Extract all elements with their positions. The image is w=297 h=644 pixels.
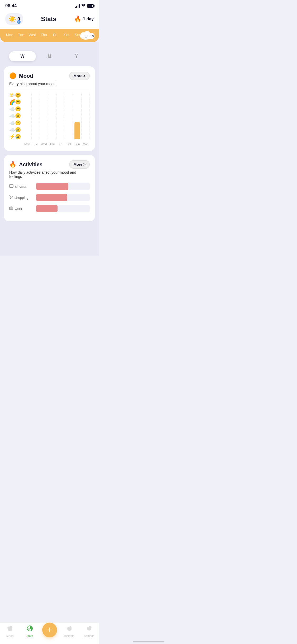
cinema-bar	[36, 183, 68, 190]
chart-col-tue	[31, 93, 40, 139]
status-icons	[75, 4, 94, 8]
activity-label-work: work	[9, 206, 33, 211]
day-tue[interactable]: Tue	[16, 33, 26, 39]
mood-subtitle: Everything about your mood	[9, 82, 90, 86]
wifi-icon	[81, 4, 86, 8]
x-label-mon2: Mon	[81, 142, 90, 146]
activities-subtitle: How daily activities affect your mood an…	[9, 170, 90, 179]
chart-grid	[23, 93, 90, 139]
mood-divider	[9, 90, 90, 90]
mood-card-header: 🟠 Mood More >	[9, 72, 90, 80]
activities-title: Activities	[19, 162, 43, 168]
activity-row-cinema: cinema	[9, 183, 90, 190]
activity-label-cinema: cinema	[9, 184, 33, 189]
period-selector[interactable]: W M Y	[8, 50, 91, 62]
mood-cloud-icon: 🟠	[9, 72, 16, 79]
emoji-great: 🌤️😊	[9, 93, 21, 98]
period-year-btn[interactable]: Y	[63, 51, 90, 61]
activities-title-group: 🔥 Activities	[9, 161, 43, 168]
status-time: 08:44	[5, 3, 17, 8]
day-fri[interactable]: Fri	[50, 33, 60, 39]
signal-icon	[75, 4, 80, 8]
mood-more-button[interactable]: More >	[69, 72, 90, 80]
day-wed[interactable]: Wed	[27, 33, 38, 39]
shopping-icon	[9, 195, 13, 200]
emoji-good: 🌈😊	[9, 100, 21, 104]
activity-row-work: work	[9, 205, 90, 212]
period-month-btn[interactable]: M	[36, 51, 63, 61]
sun-icon: ☀️	[8, 15, 16, 23]
x-label-wed: Wed	[40, 142, 48, 146]
calendar-section: Mon Tue Wed Thu Fri Sat Sun Mon	[0, 29, 99, 42]
chart-col-fri	[56, 93, 65, 139]
emoji-terrible: ⚡😢	[9, 134, 21, 139]
work-icon	[9, 206, 13, 211]
x-label-fri: Fri	[56, 142, 65, 146]
activity-row-shopping: shopping	[9, 194, 90, 201]
svg-point-11	[12, 198, 12, 199]
x-label-thu: Thu	[48, 142, 56, 146]
chart-col-sun	[73, 93, 81, 139]
chart-col-mon	[23, 93, 31, 139]
activities-card-header: 🔥 Activities More >	[9, 160, 90, 169]
shopping-label: shopping	[15, 196, 29, 200]
day-sat[interactable]: Sat	[61, 33, 72, 39]
mood-title-group: 🟠 Mood	[9, 72, 33, 79]
svg-rect-6	[10, 185, 13, 187]
activities-card: 🔥 Activities More > How daily activities…	[4, 155, 95, 221]
work-bar-container	[36, 205, 90, 212]
chart-col-sat	[65, 93, 73, 139]
chart-x-labels: Mon Tue Wed Thu Fri Sat Sun Mon	[23, 142, 90, 146]
svg-point-10	[10, 198, 11, 199]
cinema-bar-container	[36, 183, 90, 190]
emoji-okay: ☁️😊	[9, 107, 21, 111]
svg-rect-7	[10, 187, 13, 188]
mood-counter[interactable]: ☀️ 0 +	[5, 13, 23, 25]
chart-col-thu	[48, 93, 56, 139]
activity-label-shopping: shopping	[9, 195, 33, 200]
mood-chart-area: Mon Tue Wed Thu Fri Sat Sun Mon	[23, 93, 90, 146]
add-mood-button[interactable]: +	[16, 20, 21, 24]
svg-point-3	[84, 35, 86, 36]
emoji-worse: ☁️😢	[9, 127, 21, 132]
streak-display: 🔥 1 day	[74, 16, 94, 22]
chart-col-wed	[40, 93, 48, 139]
mood-bar-sun	[74, 122, 80, 139]
mood-card: 🟠 Mood More > Everything about your mood…	[4, 66, 95, 151]
cinema-label: cinema	[15, 185, 26, 188]
flame-icon: 🔥	[74, 16, 81, 22]
battery-icon	[87, 4, 94, 8]
cloud-mascot	[78, 27, 94, 43]
activities-flame-icon: 🔥	[9, 161, 16, 168]
work-label: work	[15, 207, 22, 211]
x-label-sun: Sun	[73, 142, 82, 146]
streak-count: 1 day	[83, 17, 94, 21]
mood-title: Mood	[19, 73, 33, 79]
shopping-bar-container	[36, 194, 90, 201]
cinema-icon	[9, 184, 13, 189]
page-title: Stats	[41, 15, 56, 23]
main-content: W M Y 🟠 Mood More > Everything about you…	[0, 42, 99, 256]
activities-more-button[interactable]: More >	[69, 160, 90, 169]
emoji-bad: ☁️😟	[9, 121, 21, 125]
x-label-mon: Mon	[23, 142, 31, 146]
chart-col-mon2	[81, 93, 90, 139]
day-mon[interactable]: Mon	[4, 33, 15, 39]
emoji-neutral: ☁️😐	[9, 113, 21, 118]
mood-chart: 🌤️😊 🌈😊 ☁️😊 ☁️😐 ☁️😟 ☁️😢 ⚡😢	[9, 93, 90, 146]
x-label-sat: Sat	[65, 142, 73, 146]
work-bar	[36, 205, 58, 212]
activity-bars: cinema	[9, 183, 90, 212]
header: ☀️ 0 + Stats 🔥 1 day	[0, 11, 99, 29]
x-label-tue: Tue	[31, 142, 40, 146]
day-thu[interactable]: Thu	[39, 33, 49, 39]
shopping-bar	[36, 194, 67, 201]
svg-point-4	[87, 35, 88, 36]
mood-y-axis: 🌤️😊 🌈😊 ☁️😊 ☁️😐 ☁️😟 ☁️😢 ⚡😢	[9, 93, 21, 146]
period-week-btn[interactable]: W	[9, 51, 36, 61]
status-bar: 08:44	[0, 0, 99, 11]
